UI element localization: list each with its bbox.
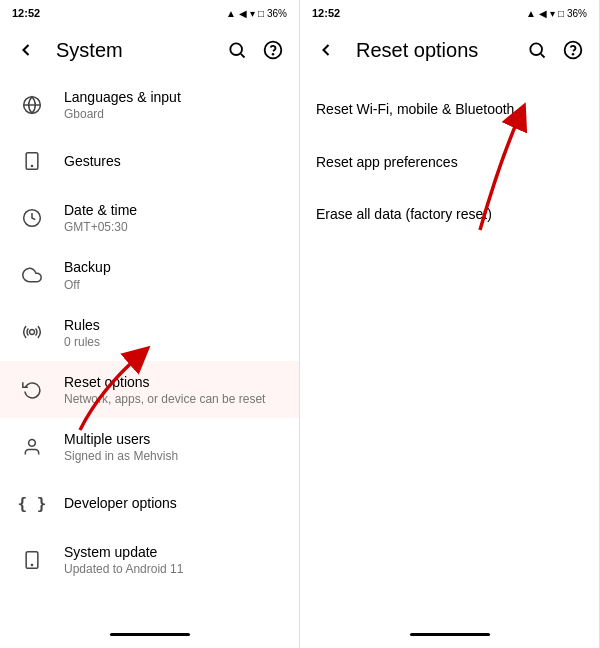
sysupdate-subtitle: Updated to Android 11 <box>64 562 283 576</box>
reset-icon <box>16 379 48 399</box>
rules-subtitle: 0 rules <box>64 335 283 349</box>
svg-point-14 <box>530 43 542 55</box>
datetime-title: Date & time <box>64 201 283 219</box>
wifi-icon: ▾ <box>250 8 255 19</box>
left-page-title: System <box>56 39 219 62</box>
globe-icon <box>16 95 48 115</box>
right-location-icon: ▲ <box>526 8 536 19</box>
user-icon <box>16 437 48 457</box>
right-time: 12:52 <box>312 7 340 19</box>
rules-text: Rules 0 rules <box>64 316 283 349</box>
datetime-subtitle: GMT+05:30 <box>64 220 283 234</box>
rules-title: Rules <box>64 316 283 334</box>
location-icon: ▲ <box>226 8 236 19</box>
svg-line-15 <box>541 54 545 58</box>
multiuser-subtitle: Signed in as Mehvish <box>64 449 283 463</box>
gestures-text: Gestures <box>64 152 283 170</box>
battery-pct: 36% <box>267 8 287 19</box>
left-status-icons: ▲ ◀ ▾ □ 36% <box>226 8 287 19</box>
back-button[interactable] <box>8 32 44 68</box>
right-page-title: Reset options <box>356 39 519 62</box>
multiuser-text: Multiple users Signed in as Mehvish <box>64 430 283 463</box>
languages-subtitle: Gboard <box>64 107 283 121</box>
multiuser-title: Multiple users <box>64 430 283 448</box>
settings-item-languages[interactable]: Languages & input Gboard <box>0 76 299 133</box>
languages-text: Languages & input Gboard <box>64 88 283 121</box>
clock-icon <box>16 208 48 228</box>
svg-point-9 <box>30 330 35 335</box>
reset-title: Reset options <box>64 373 283 391</box>
gestures-icon <box>16 151 48 171</box>
right-battery-icon: □ <box>558 8 564 19</box>
cloud-icon <box>16 265 48 285</box>
right-search-button[interactable] <box>519 32 555 68</box>
settings-item-sysupdate[interactable]: System update Updated to Android 11 <box>0 531 299 588</box>
right-wifi-icon: ▾ <box>550 8 555 19</box>
reset-wifi-label: Reset Wi-Fi, mobile & Bluetooth <box>316 100 583 120</box>
left-status-bar: 12:52 ▲ ◀ ▾ □ 36% <box>0 0 299 24</box>
left-top-bar: System <box>0 24 299 76</box>
reset-app-label: Reset app preferences <box>316 153 583 173</box>
svg-point-10 <box>29 439 36 446</box>
reset-app-item[interactable]: Reset app preferences <box>300 137 599 190</box>
gestures-title: Gestures <box>64 152 283 170</box>
svg-line-1 <box>241 54 245 58</box>
sysupdate-text: System update Updated to Android 11 <box>64 543 283 576</box>
languages-title: Languages & input <box>64 88 283 106</box>
right-status-bar: 12:52 ▲ ◀ ▾ □ 36% <box>300 0 599 24</box>
right-signal-icon: ◀ <box>539 8 547 19</box>
developer-text: Developer options <box>64 494 283 512</box>
settings-item-multiuser[interactable]: Multiple users Signed in as Mehvish <box>0 418 299 475</box>
erase-data-item[interactable]: Erase all data (factory reset) <box>300 189 599 242</box>
right-home-bar <box>300 624 599 648</box>
left-help-button[interactable] <box>255 32 291 68</box>
reset-text: Reset options Network, apps, or device c… <box>64 373 283 406</box>
svg-point-0 <box>230 43 242 55</box>
right-top-bar: Reset options <box>300 24 599 76</box>
battery-icon: □ <box>258 8 264 19</box>
right-status-icons: ▲ ◀ ▾ □ 36% <box>526 8 587 19</box>
developer-icon: { } <box>16 494 48 513</box>
settings-item-reset[interactable]: Reset options Network, apps, or device c… <box>0 361 299 418</box>
settings-item-rules[interactable]: Rules 0 rules <box>0 304 299 361</box>
reset-wifi-item[interactable]: Reset Wi-Fi, mobile & Bluetooth <box>300 84 599 137</box>
right-battery-pct: 36% <box>567 8 587 19</box>
developer-title: Developer options <box>64 494 283 512</box>
right-reset-list: Reset Wi-Fi, mobile & Bluetooth Reset ap… <box>300 76 599 624</box>
backup-text: Backup Off <box>64 258 283 291</box>
backup-title: Backup <box>64 258 283 276</box>
left-time: 12:52 <box>12 7 40 19</box>
sysupdate-title: System update <box>64 543 283 561</box>
rules-icon <box>16 322 48 342</box>
left-home-bar <box>0 624 299 648</box>
right-help-button[interactable] <box>555 32 591 68</box>
erase-data-label: Erase all data (factory reset) <box>316 205 583 225</box>
sysupdate-icon <box>16 550 48 570</box>
datetime-text: Date & time GMT+05:30 <box>64 201 283 234</box>
settings-item-backup[interactable]: Backup Off <box>0 246 299 303</box>
right-back-button[interactable] <box>308 32 344 68</box>
left-search-button[interactable] <box>219 32 255 68</box>
signal-icon: ◀ <box>239 8 247 19</box>
reset-subtitle: Network, apps, or device can be reset <box>64 392 283 406</box>
settings-item-datetime[interactable]: Date & time GMT+05:30 <box>0 189 299 246</box>
left-settings-list: Languages & input Gboard Gestures <box>0 76 299 624</box>
right-home-indicator <box>410 633 490 636</box>
settings-item-gestures[interactable]: Gestures <box>0 133 299 189</box>
settings-item-developer[interactable]: { } Developer options <box>0 475 299 531</box>
backup-subtitle: Off <box>64 278 283 292</box>
left-home-indicator <box>110 633 190 636</box>
